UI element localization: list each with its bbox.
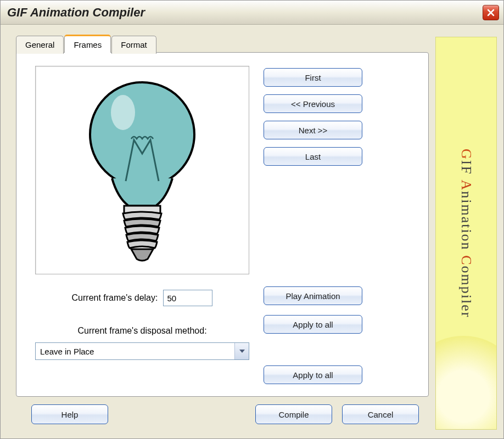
chevron-down-icon xyxy=(239,350,245,353)
svg-point-0 xyxy=(90,82,194,187)
help-button[interactable]: Help xyxy=(31,404,108,424)
footer-right: Compile Cancel xyxy=(255,404,419,424)
close-icon xyxy=(487,9,495,16)
lightbulb-icon xyxy=(79,77,205,263)
tab-format[interactable]: Format xyxy=(111,36,156,54)
first-button[interactable]: First xyxy=(264,68,362,87)
delay-label: Current frame's delay: xyxy=(72,293,158,303)
dialog-body: General Frames Format xyxy=(1,25,503,438)
banner-text: GIF Animation Compiler xyxy=(458,149,474,318)
frames-panel: First << Previous Next >> Last Current f… xyxy=(16,52,429,397)
main-column: General Frames Format xyxy=(16,35,429,432)
dialog-window: GIF Animation Compiler General Frames Fo… xyxy=(0,0,504,439)
close-button[interactable] xyxy=(483,5,499,20)
footer-buttons: Help Compile Cancel xyxy=(16,397,429,432)
apply-disposal-button[interactable]: Apply to all xyxy=(264,365,362,384)
window-title: GIF Animation Compiler xyxy=(7,5,145,20)
tab-strip: General Frames Format xyxy=(16,35,429,53)
titlebar: GIF Animation Compiler xyxy=(1,1,503,25)
play-animation-button[interactable]: Play Animation xyxy=(264,286,362,305)
previous-button[interactable]: << Previous xyxy=(264,94,362,113)
preview-row: First << Previous Next >> Last xyxy=(35,66,415,274)
delay-input[interactable] xyxy=(163,290,212,306)
svg-point-1 xyxy=(111,95,135,130)
nav-buttons: First << Previous Next >> Last xyxy=(264,66,362,166)
tab-frames[interactable]: Frames xyxy=(64,35,111,53)
disposal-select[interactable]: Leave in Place xyxy=(35,342,249,360)
compile-button[interactable]: Compile xyxy=(255,404,332,424)
next-button[interactable]: Next >> xyxy=(264,121,362,139)
lower-controls: Current frame's delay: Current frame's d… xyxy=(35,286,415,384)
apply-delay-button[interactable]: Apply to all xyxy=(264,315,362,334)
cancel-button[interactable]: Cancel xyxy=(342,404,419,424)
banner-circle xyxy=(435,336,497,430)
controls-left: Current frame's delay: Current frame's d… xyxy=(35,286,249,360)
delay-row: Current frame's delay: xyxy=(35,286,249,306)
disposal-label: Current frame's disposal method: xyxy=(35,326,249,336)
controls-right: Play Animation Apply to all Apply to all xyxy=(264,286,362,384)
last-button[interactable]: Last xyxy=(264,147,362,166)
tab-general[interactable]: General xyxy=(16,36,64,54)
dropdown-arrow-button[interactable] xyxy=(234,343,249,359)
side-banner: GIF Animation Compiler xyxy=(435,37,497,430)
frame-preview xyxy=(35,66,249,274)
disposal-value: Leave in Place xyxy=(36,343,234,359)
